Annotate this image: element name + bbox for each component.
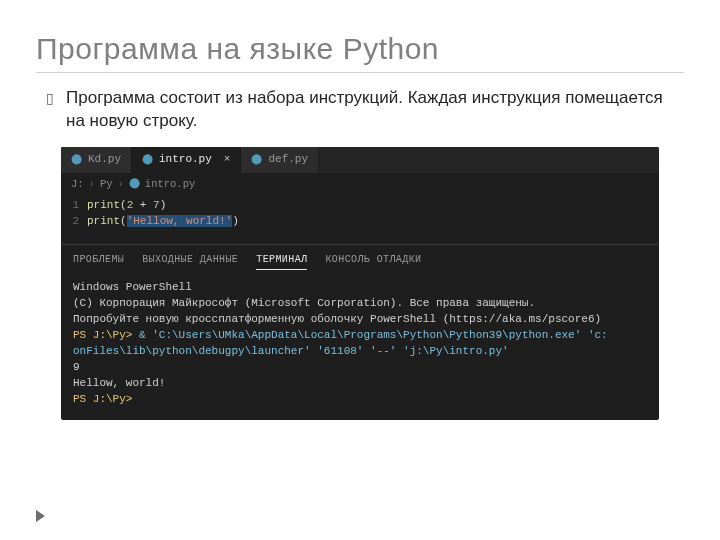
terminal-line: PS J:\Py> & 'C:\Users\UMka\AppData\Local…	[73, 328, 647, 344]
tab-label: Kd.py	[88, 152, 121, 168]
python-file-icon: ⬤	[71, 153, 82, 168]
terminal-line: Windows PowerShell	[73, 280, 647, 296]
bullet-icon: ▯	[46, 87, 54, 109]
panel-tabbar: ПРОБЛЕМЫ ВЫХОДНЫЕ ДАННЫЕ ТЕРМИНАЛ КОНСОЛ…	[61, 244, 659, 277]
python-file-icon: ⬤	[142, 153, 153, 168]
play-icon	[36, 510, 45, 522]
tab-problems[interactable]: ПРОБЛЕМЫ	[73, 253, 124, 271]
close-icon[interactable]: ×	[224, 152, 231, 168]
terminal-output: Hellow, world!	[73, 376, 647, 392]
tab-intro-py[interactable]: ⬤ intro.py ×	[132, 147, 241, 173]
breadcrumb-drive: J:	[71, 177, 84, 192]
terminal-output: 9	[73, 360, 647, 376]
slide: Программа на языке Python ▯ Программа со…	[0, 0, 720, 540]
bullet-row: ▯ Программа состоит из набора инструкций…	[46, 87, 684, 133]
bullet-text: Программа состоит из набора инструкций. …	[66, 87, 684, 133]
editor-screenshot: ⬤ Kd.py ⬤ intro.py × ⬤ def.py J: › Py › …	[61, 147, 659, 420]
chevron-right-icon: ›	[118, 177, 124, 192]
tab-label: intro.py	[159, 152, 212, 168]
code-line: 2 print('Hellow, world!')	[61, 214, 659, 230]
tab-terminal[interactable]: ТЕРМИНАЛ	[256, 253, 307, 271]
tab-kd-py[interactable]: ⬤ Kd.py	[61, 147, 132, 173]
title-divider	[36, 72, 684, 73]
tab-label: def.py	[268, 152, 308, 168]
python-file-icon: ⬤	[251, 153, 262, 168]
terminal-line: Попробуйте новую кроссплатформенную обол…	[73, 312, 647, 328]
terminal-prompt: PS J:\Py>	[73, 392, 647, 408]
chevron-right-icon: ›	[89, 177, 95, 192]
tab-output[interactable]: ВЫХОДНЫЕ ДАННЫЕ	[142, 253, 238, 271]
editor-tabbar: ⬤ Kd.py ⬤ intro.py × ⬤ def.py	[61, 147, 659, 173]
breadcrumb-file: intro.py	[145, 177, 195, 192]
terminal[interactable]: Windows PowerShell (C) Корпорация Майкро…	[61, 276, 659, 420]
code-line: 1 print(2 + 7)	[61, 198, 659, 214]
breadcrumb[interactable]: J: › Py › ⬤ intro.py	[61, 173, 659, 196]
terminal-line: onFiles\lib\python\debugpy\launcher' '61…	[73, 344, 647, 360]
code-content: print('Hellow, world!')	[87, 214, 239, 230]
line-number: 2	[61, 214, 87, 230]
line-number: 1	[61, 198, 87, 214]
python-file-icon: ⬤	[129, 177, 140, 192]
tab-debug-console[interactable]: КОНСОЛЬ ОТЛАДКИ	[325, 253, 421, 271]
terminal-line: (C) Корпорация Майкрософт (Microsoft Cor…	[73, 296, 647, 312]
tab-def-py[interactable]: ⬤ def.py	[241, 147, 319, 173]
breadcrumb-folder: Py	[100, 177, 113, 192]
code-content: print(2 + 7)	[87, 198, 166, 214]
slide-title: Программа на языке Python	[36, 32, 684, 66]
code-editor[interactable]: 1 print(2 + 7) 2 print('Hellow, world!')	[61, 196, 659, 238]
